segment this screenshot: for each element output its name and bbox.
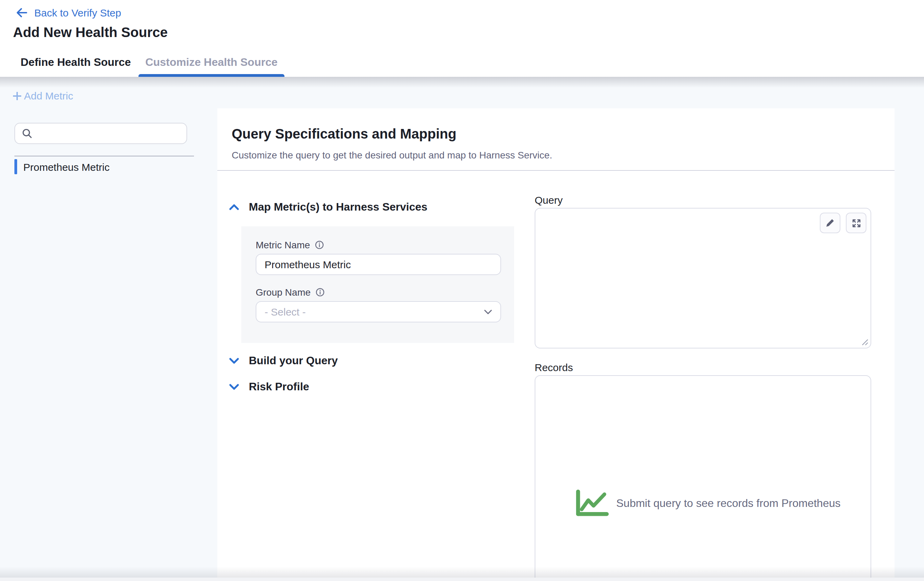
- expand-icon: [851, 218, 861, 228]
- records-empty-message: Submit query to see records from Prometh…: [616, 497, 841, 509]
- query-editor: [535, 208, 871, 348]
- panel-subheading: Customize the query to get the desired o…: [232, 149, 552, 161]
- app-window: Back to Verify Step Add New Health Sourc…: [0, 0, 924, 581]
- footer-strip: [0, 578, 924, 581]
- plus-icon: [12, 90, 23, 101]
- tab-define-health-source[interactable]: Define Health Source: [20, 48, 132, 77]
- group-name-select[interactable]: - Select -: [256, 301, 501, 323]
- pencil-icon: [825, 217, 836, 228]
- metric-mapping-card: Metric Name Group Name - Select -: [241, 226, 514, 343]
- group-name-label: Group Name: [256, 287, 310, 298]
- edit-query-button[interactable]: [820, 213, 840, 233]
- query-specifications-panel: Query Specifications and Mapping Customi…: [217, 108, 894, 581]
- metric-search-box: [15, 123, 187, 144]
- chevron-down-icon: [229, 358, 239, 364]
- back-link-label: Back to Verify Step: [34, 7, 121, 18]
- info-icon[interactable]: [315, 287, 325, 297]
- records-label: Records: [535, 361, 573, 373]
- section-title: Build your Query: [249, 355, 338, 367]
- info-icon[interactable]: [315, 240, 325, 250]
- page-header: Back to Verify Step Add New Health Sourc…: [0, 0, 924, 77]
- panel-divider: [217, 170, 894, 171]
- section-map-metrics[interactable]: Map Metric(s) to Harness Services: [229, 201, 427, 214]
- add-metric-label: Add Metric: [24, 90, 73, 101]
- content-area: Add Metric Prometheus Metric Query Speci…: [0, 77, 924, 581]
- records-empty-state: Submit query to see records from Prometh…: [575, 489, 841, 517]
- metric-item-label: Prometheus Metric: [23, 161, 110, 172]
- sidebar-item-prometheus-metric[interactable]: Prometheus Metric: [15, 159, 200, 174]
- records-panel: Submit query to see records from Prometh…: [535, 375, 871, 581]
- selected-indicator-bar: [15, 159, 17, 174]
- back-arrow-icon: [15, 6, 28, 19]
- metric-name-label: Metric Name: [256, 239, 310, 250]
- metric-name-input[interactable]: [256, 254, 501, 275]
- panel-heading: Query Specifications and Mapping: [232, 126, 457, 142]
- back-to-verify-step-link[interactable]: Back to Verify Step: [15, 6, 121, 19]
- line-chart-icon: [575, 489, 609, 517]
- chevron-down-icon: [484, 309, 492, 315]
- query-label: Query: [535, 194, 563, 206]
- expand-query-button[interactable]: [846, 213, 866, 233]
- select-placeholder: - Select -: [265, 306, 306, 318]
- chevron-up-icon: [229, 204, 239, 210]
- sidebar-divider: [15, 156, 194, 156]
- page-title: Add New Health Source: [13, 25, 168, 40]
- section-build-your-query[interactable]: Build your Query: [229, 355, 338, 367]
- search-input[interactable]: [32, 124, 186, 143]
- section-title: Risk Profile: [249, 381, 309, 393]
- add-metric-button[interactable]: Add Metric: [12, 90, 73, 101]
- chevron-down-icon: [229, 384, 239, 390]
- section-title: Map Metric(s) to Harness Services: [249, 201, 427, 214]
- search-icon: [22, 128, 32, 139]
- group-name-label-row: Group Name: [256, 287, 325, 298]
- section-risk-profile[interactable]: Risk Profile: [229, 381, 309, 393]
- tab-bar: Define Health Source Customize Health So…: [20, 48, 278, 77]
- metric-name-label-row: Metric Name: [256, 239, 325, 250]
- tab-customize-health-source[interactable]: Customize Health Source: [145, 48, 278, 77]
